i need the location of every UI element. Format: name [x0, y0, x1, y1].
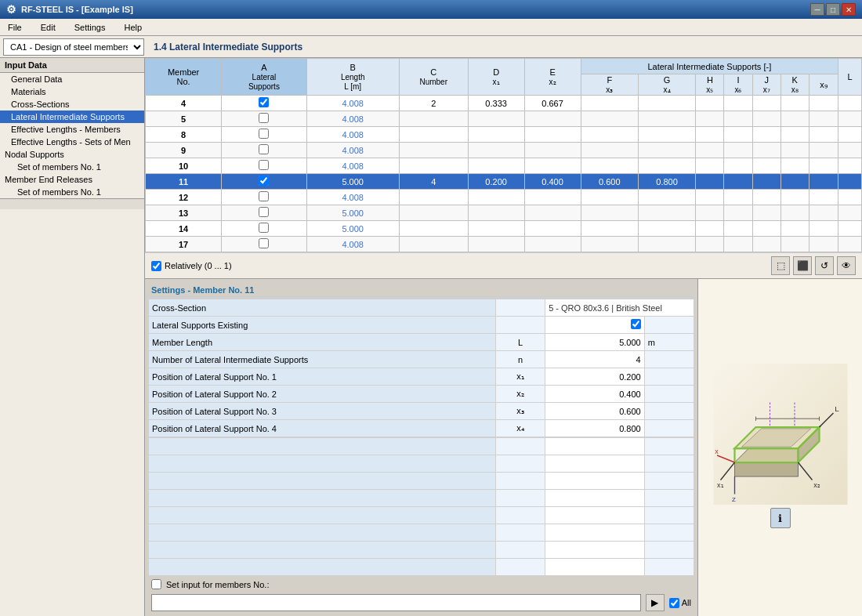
cell-x8	[781, 190, 809, 205]
col-e-header[interactable]: Ex₂	[524, 59, 581, 96]
menu-help[interactable]: Help	[119, 21, 147, 34]
settings-checkbox-cell[interactable]	[545, 317, 645, 334]
table-row[interactable]: 11 5.000 4 0.200 0.400 0.600 0.800	[146, 174, 862, 190]
row-checkbox-5[interactable]	[259, 113, 269, 123]
sidebar-item-member-end-releases[interactable]: Member End Releases	[0, 173, 144, 186]
set-input-checkbox[interactable]	[151, 579, 161, 589]
view-icon-btn[interactable]: 👁	[837, 256, 856, 275]
settings-value[interactable]: 0.600	[545, 403, 645, 420]
cell-x1	[468, 111, 524, 127]
menu-settings[interactable]: Settings	[70, 21, 110, 34]
table-row[interactable]: 4 4.008 2 0.333 0.667	[146, 96, 862, 111]
row-checkbox-8[interactable]	[259, 129, 269, 139]
sidebar-item-effective-lengths-members[interactable]: Effective Lengths - Members	[0, 123, 144, 136]
table-row[interactable]: 13 5.000	[146, 205, 862, 221]
table-row[interactable]: 12 4.008	[146, 190, 862, 205]
cell-x7	[752, 221, 781, 237]
close-button[interactable]: ✕	[842, 3, 856, 16]
menu-edit[interactable]: Edit	[36, 21, 60, 34]
refresh-icon-btn[interactable]: ↺	[815, 256, 834, 275]
import-icon-btn[interactable]: ⬛	[793, 256, 812, 275]
col-c-header[interactable]: CNumber	[399, 59, 468, 96]
cell-checkbox[interactable]	[222, 158, 306, 174]
menu-file[interactable]: File	[3, 21, 27, 34]
cell-checkbox[interactable]	[222, 111, 306, 127]
sidebar: Input Data General Data Materials Cross-…	[0, 58, 145, 616]
sidebar-item-cross-sections[interactable]: Cross-Sections	[0, 98, 144, 111]
cell-checkbox[interactable]	[222, 205, 306, 221]
cell-number	[399, 205, 468, 221]
sidebar-item-set-members-1b[interactable]: Set of members No. 1	[0, 186, 144, 198]
cell-checkbox[interactable]	[222, 96, 306, 111]
settings-value[interactable]: 5.000	[545, 334, 645, 351]
col-f-header[interactable]: Fx₃	[581, 74, 638, 96]
sidebar-item-materials[interactable]: Materials	[0, 85, 144, 98]
sidebar-item-effective-lengths-sets[interactable]: Effective Lengths - Sets of Men	[0, 136, 144, 148]
table-row[interactable]: 5 4.008	[146, 111, 862, 127]
maximize-button[interactable]: □	[826, 3, 840, 16]
col-i-header[interactable]: Ix₆	[724, 74, 752, 96]
table-row[interactable]: 9 4.008	[146, 143, 862, 158]
settings-value[interactable]: 0.800	[545, 420, 645, 437]
sidebar-item-general-data[interactable]: General Data	[0, 73, 144, 85]
row-checkbox-11[interactable]	[259, 176, 269, 186]
cell-checkbox[interactable]	[222, 221, 306, 237]
col-l-header[interactable]: L	[838, 59, 862, 96]
col-g-header[interactable]: Gx₄	[638, 74, 695, 96]
cell-x5	[696, 205, 724, 221]
cell-x1: 0.200	[468, 174, 524, 190]
row-checkbox-12[interactable]	[259, 191, 269, 201]
table-row[interactable]: 17 4.008	[146, 237, 862, 252]
cell-x5	[696, 237, 724, 252]
col-b-header[interactable]: BLengthL [m]	[306, 59, 399, 96]
cell-length: 4.008	[306, 96, 399, 111]
settings-value[interactable]: 0.400	[545, 386, 645, 403]
col-k-header[interactable]: Kx₈	[781, 74, 809, 96]
cell-x5	[696, 190, 724, 205]
row-checkbox-17[interactable]	[259, 238, 269, 248]
settings-value[interactable]: 0.200	[545, 368, 645, 386]
table-row[interactable]: 14 5.000	[146, 221, 862, 237]
settings-unit	[644, 403, 694, 420]
col-d-header[interactable]: Dx₁	[468, 59, 524, 96]
cell-l	[838, 96, 862, 111]
table-row[interactable]: 8 4.008	[146, 127, 862, 143]
col-a-header[interactable]: ALateralSupports	[222, 59, 306, 96]
info-button[interactable]: ℹ	[770, 508, 791, 528]
col-l2-header[interactable]: x₉	[809, 74, 838, 96]
cell-checkbox[interactable]	[222, 237, 306, 252]
col-j-header[interactable]: Jx₇	[752, 74, 781, 96]
all-checkbox[interactable]	[669, 598, 679, 608]
row-checkbox-9[interactable]	[259, 144, 269, 154]
lateral-supports-existing-checkbox[interactable]	[631, 319, 641, 329]
sidebar-item-nodal-supports[interactable]: Nodal Supports	[0, 148, 144, 161]
module-dropdown[interactable]: CA1 - Design of steel members a...	[3, 38, 144, 56]
cell-checkbox[interactable]	[222, 127, 306, 143]
table-row[interactable]: 10 4.008	[146, 158, 862, 174]
cell-member-no: 13	[146, 205, 222, 221]
col-h-header[interactable]: Hx₅	[696, 74, 724, 96]
row-checkbox-4[interactable]	[259, 97, 269, 107]
cell-x3	[581, 190, 638, 205]
row-checkbox-14[interactable]	[259, 223, 269, 233]
sidebar-item-lateral-intermediate-supports[interactable]: Lateral Intermediate Supports	[0, 111, 144, 123]
set-input-field[interactable]	[151, 594, 641, 611]
cell-x7	[752, 143, 781, 158]
cell-number: 4	[399, 174, 468, 190]
settings-sym: x₄	[495, 420, 545, 437]
cell-checkbox[interactable]	[222, 143, 306, 158]
row-checkbox-10[interactable]	[259, 160, 269, 170]
minimize-button[interactable]: ─	[810, 3, 824, 16]
cell-checkbox[interactable]	[222, 174, 306, 190]
settings-value[interactable]: 4	[545, 351, 645, 368]
cell-x8	[781, 205, 809, 221]
cell-length: 4.008	[306, 190, 399, 205]
sidebar-item-set-members-1a[interactable]: Set of members No. 1	[0, 161, 144, 173]
relatively-checkbox[interactable]	[151, 261, 161, 271]
set-input-go-btn[interactable]: ▶	[646, 594, 665, 611]
sidebar-scrollbar[interactable]	[0, 198, 144, 209]
relatively-checkbox-label[interactable]: Relatively (0 ... 1)	[151, 261, 232, 271]
row-checkbox-13[interactable]	[259, 207, 269, 217]
cell-checkbox[interactable]	[222, 190, 306, 205]
export-icon-btn[interactable]: ⬚	[771, 256, 790, 275]
